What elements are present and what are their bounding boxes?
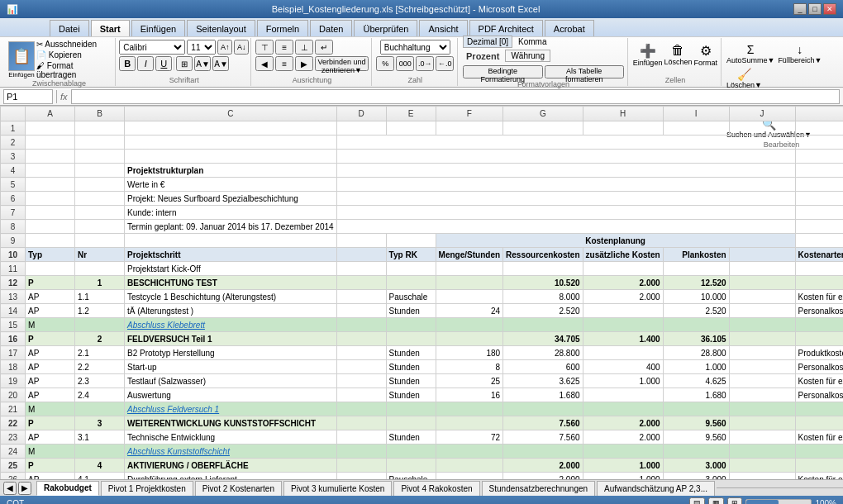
font-size-increase-button[interactable]: A↑ xyxy=(217,40,232,55)
close-button[interactable]: ✕ xyxy=(823,3,836,15)
fx-label: fx xyxy=(60,92,68,102)
format-button[interactable]: ⚙ Format xyxy=(693,43,717,67)
einfuegen-button[interactable]: ➕ Einfügen xyxy=(633,43,663,67)
italic-button[interactable]: I xyxy=(137,56,154,71)
align-bottom-button[interactable]: ⊥ xyxy=(295,40,313,55)
sheet-tab-pivot3[interactable]: Pivot 3 kumulierte Kosten xyxy=(283,481,392,496)
align-top-button[interactable]: ⊤ xyxy=(255,40,274,55)
tab-daten[interactable]: Daten xyxy=(310,20,352,36)
col-header-A[interactable]: A xyxy=(26,107,75,121)
bold-button[interactable]: B xyxy=(119,56,136,71)
decimal-decrease-button[interactable]: ←.0 xyxy=(436,56,454,71)
formula-input[interactable] xyxy=(71,89,840,104)
table-row: 19 AP 2.3 Testlauf (Salzwasser) Stunden … xyxy=(1,374,844,388)
minimize-button[interactable]: _ xyxy=(793,3,807,15)
table-row: 4 Projektstrukturplan xyxy=(1,164,844,178)
table-row: 22 P 3 WEITERENTWICKLUNG KUNSTSTOFFSCHIC… xyxy=(1,416,844,430)
number-format-select[interactable]: Buchhaltung Prozent Dezimal [0] xyxy=(380,40,450,55)
format-transfer-button[interactable]: 🖌 Format übertragen xyxy=(36,61,110,79)
sheet-tab-aufwand[interactable]: Aufwandschätzung AP 2,3... xyxy=(597,481,715,496)
sheet-scroll-right[interactable]: ▶ xyxy=(18,482,31,495)
bedingte-formatierung-button[interactable]: Bedingte Formatierung xyxy=(463,65,543,78)
loeschen-button[interactable]: 🗑 Löschen xyxy=(664,43,692,67)
maximize-button[interactable]: □ xyxy=(808,3,822,15)
group-bearbeiten: Σ AutoSumme▼ ↓ Füllbereich▼ 🧹 Löschen▼ ↕… xyxy=(723,38,840,86)
table-row: 11 Projektstart Kick-Off xyxy=(1,262,844,276)
font-size-decrease-button[interactable]: A↓ xyxy=(234,40,249,55)
wrap-text-button[interactable]: ↵ xyxy=(315,40,333,55)
col-header-C[interactable]: C xyxy=(125,107,337,121)
underline-button[interactable]: U xyxy=(155,56,172,71)
col-header-D[interactable]: D xyxy=(336,107,386,121)
grid-scroll[interactable]: A B C D E F G H I J K L M N O xyxy=(0,106,843,479)
view-layout-button[interactable]: ▦ xyxy=(708,497,724,504)
sheet-tab-stunden[interactable]: Stundensatzberechnungen xyxy=(482,481,596,496)
align-middle-button[interactable]: ≡ xyxy=(275,40,293,55)
sheet-scroll-left[interactable]: ◀ xyxy=(3,482,17,495)
align-center-button[interactable]: ≡ xyxy=(275,56,293,71)
formula-divider xyxy=(56,90,57,103)
view-page-button[interactable]: ⊞ xyxy=(727,497,742,504)
view-normal-button[interactable]: ▤ xyxy=(689,497,705,504)
col-header-B[interactable]: B xyxy=(75,107,125,121)
col-header-F[interactable]: F xyxy=(436,107,502,121)
sheet-tab-pivot1[interactable]: Pivot 1 Projektkosten xyxy=(101,481,193,496)
copy-button[interactable]: 📄 Kopieren xyxy=(36,50,110,59)
tab-einfuegen[interactable]: Einfügen xyxy=(131,20,185,36)
sheet-area: A B C D E F G H I J K L M N O xyxy=(0,106,843,479)
spreadsheet-grid: A B C D E F G H I J K L M N O xyxy=(0,106,843,479)
fill-color-button[interactable]: A▼ xyxy=(194,56,211,71)
font-family-select[interactable]: Calibri xyxy=(119,40,185,55)
col-header-J[interactable]: J xyxy=(729,107,795,121)
col-header-K[interactable]: K xyxy=(795,107,843,121)
window-controls[interactable]: _ □ ✕ xyxy=(793,3,836,15)
merge-center-button[interactable]: Verbinden und zentrieren▼ xyxy=(315,56,369,71)
fuellung-button[interactable]: ↓ Füllbereich▼ xyxy=(778,43,822,64)
font-color-button[interactable]: A▼ xyxy=(212,56,229,71)
loeschen2-button[interactable]: 🧹 Löschen▼ xyxy=(726,68,762,89)
zoom-slider[interactable] xyxy=(745,499,812,504)
tab-ueberprufen[interactable]: Überprüfen xyxy=(354,20,417,36)
border-button[interactable]: ⊞ xyxy=(176,56,193,71)
tab-pdf[interactable]: PDF Architect xyxy=(469,20,543,36)
table-row: 23 AP 3.1 Technische Entwicklung Stunden… xyxy=(1,430,844,445)
prozent-style[interactable]: Prozent xyxy=(463,50,502,62)
sheet-tab-pivot4[interactable]: Pivot 4 Rakokosten xyxy=(393,481,479,496)
sheet-tab-rakobudget[interactable]: Rakobudget xyxy=(36,481,99,496)
decimal-increase-button[interactable]: .0→ xyxy=(416,56,434,71)
tab-acrobat[interactable]: Acrobat xyxy=(545,20,594,36)
col-header-H[interactable]: H xyxy=(583,107,663,121)
autosumme-button[interactable]: Σ AutoSumme▼ xyxy=(726,43,774,64)
table-row: 2 xyxy=(1,136,844,150)
col-header-G[interactable]: G xyxy=(503,107,583,121)
tab-ansicht[interactable]: Ansicht xyxy=(419,20,467,36)
tab-start[interactable]: Start xyxy=(91,20,130,36)
group-label-ausrichtung: Ausrichtung xyxy=(293,76,332,84)
table-row: 5 Werte in € xyxy=(1,178,844,192)
table-row: 13 AP 1.1 Testcycle 1 Beschichtung (Alte… xyxy=(1,290,844,304)
paste-button[interactable]: 📋 xyxy=(8,41,35,71)
group-label-formatvorlagen: Formatvorlagen xyxy=(463,80,624,88)
ribbon-tabs: Datei Start Einfügen Seitenlayout Formel… xyxy=(0,18,843,36)
tab-formeln[interactable]: Formeln xyxy=(257,20,308,36)
align-right-button[interactable]: ▶ xyxy=(295,56,313,71)
thousands-button[interactable]: 000 xyxy=(396,56,414,71)
cut-button[interactable]: ✂ Ausschneiden xyxy=(36,40,110,49)
name-box[interactable] xyxy=(3,89,53,104)
table-row: 8 Termin geplant: 09. Januar 2014 bis 17… xyxy=(1,220,844,234)
tab-datei[interactable]: Datei xyxy=(50,20,89,36)
align-left-button[interactable]: ◀ xyxy=(255,56,274,71)
komma-style[interactable]: Komma xyxy=(515,36,550,47)
sheet-tabs: ◀ ▶ Rakobudget Pivot 1 Projektkosten Piv… xyxy=(0,479,843,496)
ribbon-content: 📋 Einfügen ✂ Ausschneiden 📄 Kopieren 🖌 F… xyxy=(0,36,843,88)
als-tabelle-button[interactable]: Als Tabelle formatieren xyxy=(545,65,624,78)
table-row: 7 Kunde: intern xyxy=(1,206,844,220)
font-size-select[interactable]: 11 xyxy=(187,40,216,55)
col-header-I[interactable]: I xyxy=(663,107,729,121)
tab-seitenlayout[interactable]: Seitenlayout xyxy=(187,20,255,36)
col-header-E[interactable]: E xyxy=(386,107,436,121)
percent-button[interactable]: % xyxy=(376,56,394,71)
sheet-tab-pivot2[interactable]: Pivot 2 Kostenarten xyxy=(195,481,282,496)
dezimal-style[interactable]: Dezimal [0] xyxy=(463,36,512,48)
waehrung-style[interactable]: Währung xyxy=(505,50,550,62)
